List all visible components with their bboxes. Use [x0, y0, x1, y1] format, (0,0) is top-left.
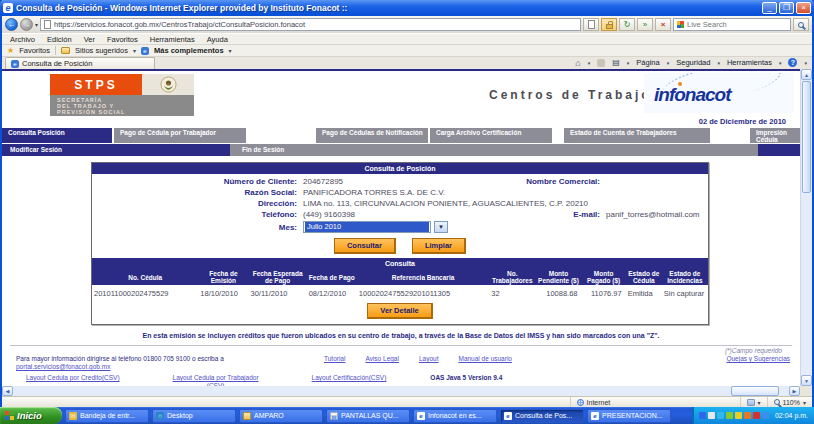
chevron-down-icon: ▾	[779, 60, 782, 66]
contact-email-link[interactable]: portal.servicios@fonacot.gob.mx	[16, 363, 110, 370]
menu-herramientas[interactable]: Herramientas	[150, 35, 195, 44]
back-button[interactable]: ←	[5, 18, 18, 31]
nav-carga-archivo-certificacion[interactable]: Carga Archivo Certificación	[430, 128, 552, 143]
security-lock-button[interactable]	[601, 18, 617, 31]
quejas-sugerencias-link[interactable]: Quejas y Sugerencias	[726, 355, 790, 362]
scroll-up-icon[interactable]: ▲	[801, 69, 812, 80]
scroll-left-icon[interactable]: ◀	[2, 386, 13, 396]
task-desktop[interactable]: ○Desktop	[152, 409, 236, 423]
aviso-legal-link[interactable]: Aviso Legal	[365, 355, 399, 362]
nav-estado-cuenta-trabajadores[interactable]: Estado de Cuenta de Trabajadores	[564, 128, 710, 143]
stop-button[interactable]: ×	[655, 18, 671, 31]
zoom-control[interactable]: 110% ▾	[767, 397, 812, 407]
favorites-button[interactable]: Favoritos	[19, 46, 50, 55]
suggested-sites-button[interactable]: Sitios sugeridos	[75, 46, 128, 55]
chevron-down-icon: ▾	[803, 399, 806, 406]
layout-credito-link[interactable]: Layout Cedula por Credito(CSV)	[26, 374, 120, 381]
help-icon[interactable]: ?	[788, 58, 797, 67]
nombre-comercial-label: Nombre Comercial:	[518, 177, 606, 186]
menu-edicion[interactable]: Edición	[47, 35, 72, 44]
vertical-scroll-thumb[interactable]	[802, 81, 811, 193]
compatibility-view-button[interactable]	[583, 18, 599, 31]
chevron-down-icon: ▾	[804, 60, 807, 66]
select-dropdown-icon[interactable]: ▼	[434, 221, 448, 233]
history-dropdown-icon[interactable]: ▾	[35, 21, 38, 28]
task-consulta-posicion[interactable]: eConsulta de Pos...	[500, 409, 584, 423]
session-nav: Fin de Sesión Modificar Sesión	[2, 144, 800, 156]
col-no-cedula: No. Cédula	[92, 269, 198, 285]
search-box[interactable]	[673, 18, 791, 31]
feeds-icon[interactable]	[597, 59, 605, 67]
refresh-button[interactable]: ↻	[619, 18, 635, 31]
page-menu-button[interactable]: Página	[636, 58, 659, 67]
search-go-button[interactable]	[793, 18, 809, 31]
chevron-down-icon[interactable]: ▾	[588, 60, 591, 66]
go-button[interactable]: »	[637, 18, 653, 31]
chevron-down-icon: ▾	[758, 399, 761, 406]
search-input[interactable]	[687, 20, 787, 29]
zoom-icon	[774, 399, 780, 405]
task-infonacot[interactable]: eInfonacot en es...	[413, 409, 497, 423]
infonacot-logo: infonacot	[644, 73, 794, 113]
nav-fin-de-sesion[interactable]: Fin de Sesión	[242, 146, 284, 153]
task-bandeja[interactable]: ✉Bandeja de entr...	[65, 409, 149, 423]
col-estado-incidencias: Estado de Incidencias	[662, 269, 708, 285]
nav-consulta-posicion[interactable]: Consulta Posición	[2, 128, 112, 143]
tray-icon[interactable]	[753, 412, 760, 419]
layout-certificacion-link[interactable]: Layout Certificación(CSV)	[312, 374, 387, 381]
minimize-button[interactable]: _	[762, 2, 777, 14]
horizontal-scroll-thumb[interactable]	[731, 386, 779, 396]
taskbar: Inicio ✉Bandeja de entr... ○Desktop AMPA…	[0, 407, 814, 424]
menu-favoritos[interactable]: Favoritos	[107, 35, 138, 44]
mes-select-box[interactable]: Julio 2010	[303, 221, 431, 233]
tray-icon[interactable]	[735, 412, 742, 419]
nav-pago-cedula-trabajador[interactable]: Pago de Cédula por Trabajador	[114, 128, 246, 143]
nav-modificar-sesion[interactable]: Modificar Sesión	[10, 146, 62, 153]
start-button[interactable]: Inicio	[0, 407, 62, 424]
tray-icon[interactable]	[762, 412, 769, 419]
forward-button[interactable]: →	[20, 18, 33, 31]
menu-archivo[interactable]: Archivo	[10, 35, 35, 44]
task-amparo[interactable]: AMPARO	[239, 409, 323, 423]
vertical-scrollbar[interactable]: ▲ ▼	[800, 69, 812, 386]
limpiar-button[interactable]: Limpiar	[412, 238, 466, 254]
layout-trabajador-link[interactable]: Layout Cedula por Trabajador (CSV)	[164, 374, 268, 386]
tray-icon[interactable]	[699, 412, 706, 419]
close-button[interactable]: ×	[796, 2, 811, 14]
nav-impresion-cedula[interactable]: Impresión Cédula	[750, 128, 800, 143]
manual-usuario-link[interactable]: Manual de usuario	[458, 355, 511, 362]
url-field[interactable]: https://servicios.fonacot.gob.mx/Centros…	[40, 18, 581, 31]
mes-select[interactable]: Julio 2010 ▼	[303, 221, 702, 233]
print-icon[interactable]: ▤	[612, 58, 620, 67]
scroll-down-icon[interactable]: ▼	[801, 375, 812, 386]
col-fecha-emision: Fecha de Emisión	[198, 269, 248, 285]
tutorial-link[interactable]: Tutorial	[324, 355, 345, 362]
tray-icon[interactable]	[717, 412, 724, 419]
status-menu[interactable]: ▾	[740, 397, 767, 407]
form-buttons: Consultar Limpiar	[92, 238, 708, 254]
table-row[interactable]: 201011000202475529 18/10/2010 30/11/2010…	[92, 285, 708, 301]
menu-ver[interactable]: Ver	[84, 35, 95, 44]
nav-pago-cedulas-notificacion[interactable]: Pago de Cédulas de Notificación	[316, 128, 428, 143]
refresh-icon: ↻	[624, 20, 631, 29]
menu-ayuda[interactable]: Ayuda	[207, 35, 228, 44]
horizontal-scrollbar[interactable]: ◀ ▶	[2, 386, 812, 396]
chevron-down-icon[interactable]: ▾	[627, 60, 630, 66]
more-addons-button[interactable]: Más complementos	[154, 46, 224, 55]
maximize-button[interactable]: ❐	[779, 2, 794, 14]
tray-icon[interactable]	[744, 412, 751, 419]
task-presentacion[interactable]: ePRESENTACION...	[587, 409, 671, 423]
campo-requerido-note: (*)Campo requerido	[2, 346, 800, 354]
ver-detalle-button[interactable]: Ver Detalle	[367, 303, 432, 319]
scroll-right-icon[interactable]: ▶	[789, 386, 800, 396]
home-icon[interactable]: ⌂	[575, 58, 580, 68]
tray-icon[interactable]	[726, 412, 733, 419]
task-pantallas[interactable]: ▤PANTALLAS QU...	[326, 409, 410, 423]
horizontal-scroll-track[interactable]	[13, 386, 789, 396]
tools-menu-button[interactable]: Herramientas	[727, 58, 772, 67]
tray-icon[interactable]	[708, 412, 715, 419]
consultar-button[interactable]: Consultar	[334, 238, 396, 254]
security-menu-button[interactable]: Seguridad	[676, 58, 710, 67]
tab-consulta-posicion[interactable]: e Consulta de Posición	[5, 57, 155, 69]
layout-link[interactable]: Layout	[419, 355, 439, 362]
